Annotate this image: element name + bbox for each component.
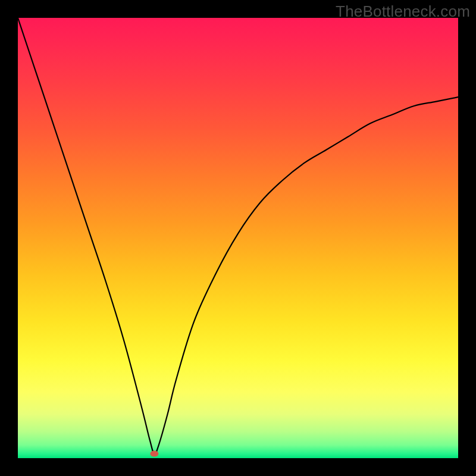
optimal-point-marker bbox=[150, 451, 158, 457]
plot-area bbox=[18, 18, 458, 458]
watermark-text: TheBottleneck.com bbox=[336, 2, 470, 21]
chart-frame: TheBottleneck.com bbox=[0, 0, 476, 476]
bottleneck-curve-path bbox=[18, 18, 458, 454]
bottleneck-curve-svg bbox=[18, 18, 458, 458]
